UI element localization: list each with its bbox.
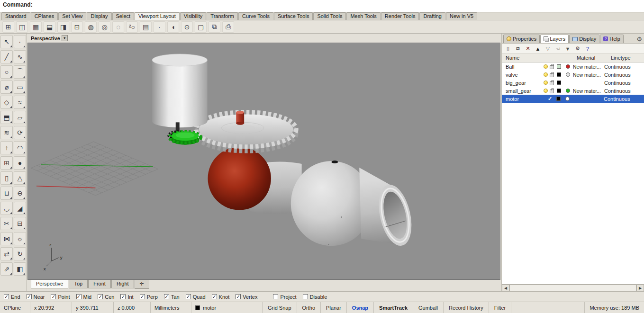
scroll-left-arrow-icon[interactable]: ◀ bbox=[502, 285, 509, 291]
shaded-viewport-icon[interactable]: ◍ bbox=[85, 21, 97, 33]
layer-linetype[interactable]: Continuous bbox=[604, 72, 644, 78]
menu-tab[interactable]: Transform bbox=[207, 12, 238, 20]
layer-lock-icon[interactable] bbox=[550, 65, 554, 69]
layer-color-swatch[interactable] bbox=[557, 64, 561, 69]
osnap-toggle[interactable]: Project bbox=[273, 294, 296, 300]
curve-icon[interactable]: ∿ bbox=[14, 50, 26, 63]
column-header-material[interactable]: Material bbox=[577, 55, 595, 61]
menu-tab[interactable]: Solid Tools bbox=[313, 12, 346, 20]
status-toggle[interactable]: Gumball bbox=[413, 302, 444, 313]
column-header-name[interactable]: Name bbox=[506, 55, 519, 61]
viewport-tab[interactable]: Perspective bbox=[31, 280, 68, 288]
layer-tools-icon[interactable]: ⚙ bbox=[573, 45, 582, 53]
arc-icon[interactable]: ⌒ bbox=[14, 65, 26, 79]
point-icon[interactable]: ∙ bbox=[14, 35, 26, 48]
layer-on-bulb-icon[interactable] bbox=[544, 89, 548, 93]
new-sublayer-icon[interactable]: ⧉ bbox=[514, 45, 522, 53]
layer-linetype[interactable]: Continuous bbox=[604, 80, 644, 86]
osnap-toggle[interactable]: Knot bbox=[212, 294, 230, 300]
plane-icon[interactable]: ▱ bbox=[14, 111, 26, 124]
line-icon[interactable]: ╱ bbox=[0, 50, 13, 63]
osnap-toggle[interactable]: Int bbox=[120, 294, 133, 300]
panel-options-gear-icon[interactable]: ⚙ bbox=[636, 36, 642, 43]
layer-row[interactable]: small_gear ✓ New mater... Continuous bbox=[502, 87, 644, 95]
osnap-toggle[interactable]: Quad bbox=[186, 294, 206, 300]
viewport-grid-icon[interactable]: ▦ bbox=[30, 21, 42, 33]
menu-tab[interactable]: CPlanes bbox=[31, 12, 58, 20]
new-viewport-tab-button[interactable]: ✛ bbox=[135, 280, 149, 289]
menu-tab[interactable]: Mesh Tools bbox=[346, 12, 380, 20]
osnap-toggle[interactable]: Vertex bbox=[236, 294, 257, 300]
layer-color-swatch[interactable] bbox=[557, 72, 561, 77]
layer-lock-icon[interactable] bbox=[550, 81, 554, 85]
layer-linetype[interactable]: Continuous bbox=[604, 88, 644, 94]
page-layout-icon[interactable]: ▢ bbox=[195, 21, 207, 33]
menu-tab[interactable]: Viewport Layout bbox=[135, 12, 180, 20]
viewport-tab[interactable]: Right bbox=[111, 280, 134, 288]
status-toggle[interactable]: Filter bbox=[489, 302, 511, 313]
rectangle-icon[interactable]: ▭ bbox=[14, 80, 26, 94]
motor-cylinder[interactable] bbox=[152, 54, 208, 127]
camera-icon[interactable]: ⊙ bbox=[181, 21, 193, 33]
ball[interactable] bbox=[208, 147, 271, 210]
boolean-difference-icon[interactable]: ⊖ bbox=[14, 187, 26, 200]
status-toggle[interactable]: Record History bbox=[444, 302, 489, 313]
layer-on-bulb-icon[interactable] bbox=[544, 72, 548, 77]
scrollbar-thumb[interactable] bbox=[509, 285, 636, 291]
tab-display[interactable]: Display bbox=[569, 35, 599, 43]
split-vertical-icon[interactable]: ◨ bbox=[57, 21, 69, 33]
move-down-icon[interactable]: ▽ bbox=[544, 45, 552, 53]
tab-layers[interactable]: Layers bbox=[540, 35, 569, 43]
print-icon[interactable]: ⎙ bbox=[222, 21, 234, 33]
box-icon[interactable]: ⊞ bbox=[0, 156, 13, 170]
four-viewports-icon[interactable]: ◫ bbox=[16, 21, 28, 33]
menu-tab[interactable]: Render Tools bbox=[381, 12, 419, 20]
menu-tab[interactable]: Select bbox=[112, 12, 135, 20]
layer-on-bulb-icon[interactable] bbox=[544, 64, 548, 69]
gear-knob[interactable] bbox=[236, 111, 244, 125]
layer-linetype[interactable]: Continuous bbox=[604, 96, 644, 102]
menu-tab[interactable]: Visibility bbox=[180, 12, 207, 20]
status-toggle[interactable]: Osnap bbox=[347, 302, 374, 313]
osnap-toggle[interactable]: Perp bbox=[140, 294, 158, 300]
layer-material-icon[interactable] bbox=[565, 97, 570, 101]
sweep-icon[interactable]: ◠ bbox=[14, 141, 26, 154]
trim-icon[interactable]: ✂ bbox=[0, 217, 13, 230]
osnap-toggle[interactable]: Disable bbox=[303, 294, 327, 300]
layer-color-swatch[interactable] bbox=[556, 97, 561, 101]
arc-view-icon[interactable]: ◖ bbox=[167, 21, 179, 33]
chamfer-icon[interactable]: ◢ bbox=[14, 202, 26, 215]
current-layer-button[interactable]: motor bbox=[191, 302, 263, 313]
viewport-tab[interactable]: Top bbox=[69, 280, 88, 288]
layer-material-icon[interactable] bbox=[566, 64, 570, 69]
layer-material-icon[interactable] bbox=[566, 72, 570, 77]
osnap-toggle[interactable]: Point bbox=[51, 294, 70, 300]
layer-row[interactable]: valve ✓ New mater... Continuous bbox=[502, 71, 644, 79]
tab-properties[interactable]: Properties bbox=[503, 35, 540, 43]
split-horizontal-icon[interactable]: ⬓ bbox=[44, 21, 55, 33]
standard-viewports-icon[interactable]: ⊞ bbox=[2, 21, 14, 33]
osnap-toggle[interactable]: Cen bbox=[98, 294, 114, 300]
layer-row[interactable]: Ball ✓ New mater... Continuous bbox=[502, 63, 644, 71]
revolve-icon[interactable]: ⟳ bbox=[14, 126, 26, 139]
status-toggle[interactable]: Planar bbox=[321, 302, 347, 313]
layer-lock-icon[interactable] bbox=[550, 89, 554, 93]
loft-icon[interactable]: ≋ bbox=[0, 126, 13, 139]
viewport-tab[interactable]: Front bbox=[88, 280, 111, 288]
point-display-icon[interactable]: ∙ bbox=[154, 21, 165, 33]
move-up-icon[interactable]: ▲ bbox=[534, 45, 542, 53]
ellipse-icon[interactable]: ⌀ bbox=[0, 80, 13, 94]
layer-lock-icon[interactable] bbox=[550, 73, 554, 77]
menu-tab[interactable]: Surface Tools bbox=[274, 12, 313, 20]
explode-icon[interactable]: ☼ bbox=[14, 232, 26, 245]
status-toggle[interactable]: Ortho bbox=[297, 302, 321, 313]
mirror-icon[interactable]: ◧ bbox=[14, 262, 26, 276]
surface-icon[interactable]: ⬒ bbox=[0, 111, 13, 124]
viewport-title[interactable]: Perspective bbox=[31, 36, 60, 41]
named-views-icon[interactable]: ⧉ bbox=[209, 21, 220, 33]
command-bar[interactable]: Command: bbox=[0, 0, 644, 12]
layers-hscrollbar[interactable]: ◀ ▶ bbox=[502, 284, 644, 291]
polygon-icon[interactable]: ◇ bbox=[0, 96, 13, 109]
menu-tab[interactable]: Standard bbox=[1, 12, 30, 20]
split-icon[interactable]: ⊟ bbox=[14, 217, 26, 230]
